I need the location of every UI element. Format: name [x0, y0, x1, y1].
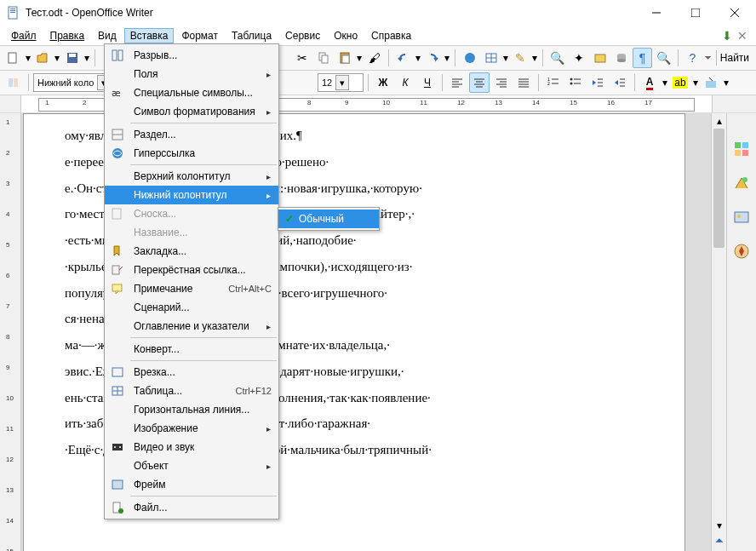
menu-header[interactable]: Верхний колонтитул▸ — [105, 167, 278, 186]
svg-rect-29 — [69, 54, 76, 57]
svg-text:ӕ: ӕ — [112, 88, 121, 98]
sidebar-navigator-icon[interactable] — [731, 241, 752, 261]
minimize-button[interactable] — [637, 0, 676, 26]
redo-button[interactable] — [423, 48, 443, 68]
svg-rect-27 — [9, 53, 16, 63]
bg-color-button[interactable] — [701, 72, 721, 93]
menu-object[interactable]: Объект▸ — [105, 456, 278, 475]
paste-dropdown[interactable]: ▾ — [357, 52, 364, 64]
menu-insert-file[interactable]: Файл... — [105, 498, 278, 517]
prev-page-button[interactable]: ⏶ — [712, 532, 726, 547]
scroll-down-arrow[interactable]: ▾ — [712, 518, 726, 532]
bullets-button[interactable] — [565, 72, 586, 93]
show-draw-button[interactable]: ✎ — [511, 48, 530, 68]
menu-format[interactable]: Формат — [175, 28, 224, 43]
menu-crossref[interactable]: Перекрёстная ссылка... — [105, 261, 278, 279]
redo-dropdown[interactable]: ▾ — [444, 52, 451, 64]
decrease-indent-button[interactable] — [587, 72, 608, 93]
styles-button[interactable] — [3, 72, 24, 93]
menu-file[interactable]: Файл — [5, 28, 43, 43]
open-dropdown[interactable]: ▾ — [54, 52, 61, 64]
menu-break[interactable]: Разрыв... — [105, 46, 278, 65]
menu-frame[interactable]: Врезка... — [105, 363, 278, 382]
highlight-button[interactable]: ab — [670, 72, 690, 93]
sidebar-gallery-icon[interactable] — [731, 207, 752, 227]
menu-bookmark[interactable]: Закладка... — [105, 242, 278, 261]
menu-script[interactable]: Сценарий... — [105, 298, 278, 317]
sidebar-properties-icon[interactable] — [731, 139, 752, 159]
toolbar-overflow-icon[interactable]: ⏷ — [704, 54, 713, 62]
numbering-button[interactable]: 12 — [543, 72, 564, 93]
menu-caption[interactable]: Название... — [105, 223, 278, 242]
help-button[interactable]: ? — [683, 48, 702, 68]
menu-formatting-mark[interactable]: Символ форматирования▸ — [105, 102, 278, 121]
menu-tools[interactable]: Сервис — [279, 28, 326, 43]
save-button[interactable] — [62, 48, 82, 68]
new-button[interactable] — [3, 48, 23, 68]
vertical-ruler[interactable]: 123456789101112131415 — [0, 113, 21, 551]
menu-movie[interactable]: Видео и звук — [105, 438, 278, 456]
undo-dropdown[interactable]: ▾ — [415, 52, 421, 64]
svg-rect-44 — [9, 78, 13, 87]
menu-edit[interactable]: Правка — [44, 28, 91, 43]
hyperlink-button[interactable] — [460, 48, 479, 68]
scroll-up-arrow[interactable]: ▴ — [712, 113, 726, 128]
footer-default[interactable]: ✓ Обычный — [278, 209, 379, 228]
zoom-button[interactable]: 🔍 — [654, 48, 673, 68]
align-center-button[interactable] — [469, 72, 490, 93]
font-size-combo[interactable]: 12▾ — [318, 73, 364, 92]
menu-window[interactable]: Окно — [328, 28, 364, 43]
menu-fields[interactable]: Поля▸ — [105, 65, 278, 83]
svg-point-23 — [119, 446, 121, 448]
gallery-button[interactable] — [590, 48, 610, 68]
scroll-thumb[interactable] — [713, 129, 724, 248]
menu-envelope[interactable]: Конверт... — [105, 340, 278, 359]
datasources-button[interactable] — [611, 48, 631, 68]
copy-button[interactable] — [314, 48, 334, 68]
crossref-icon — [106, 261, 129, 279]
menu-footer[interactable]: Нижний колонтитул▸ — [105, 186, 278, 204]
align-left-button[interactable] — [447, 72, 467, 93]
menu-table[interactable]: Таблица...Ctrl+F12 — [105, 382, 278, 400]
align-right-button[interactable] — [491, 72, 512, 93]
font-color-button[interactable]: A — [639, 72, 660, 93]
format-paintbrush-button[interactable]: 🖌 — [364, 48, 384, 68]
table-button[interactable] — [481, 48, 501, 68]
sidebar-styles-icon[interactable] — [731, 173, 752, 193]
close-doc-icon[interactable]: ✕ — [737, 30, 747, 42]
menu-footnote[interactable]: Сноска... — [105, 204, 278, 223]
align-justify-button[interactable] — [513, 72, 534, 93]
menu-view[interactable]: Вид — [92, 28, 123, 43]
underline-button[interactable]: Ч — [417, 72, 438, 93]
save-dropdown[interactable]: ▾ — [83, 52, 90, 64]
close-button[interactable] — [715, 0, 754, 26]
menu-hrule[interactable]: Горизонтальная линия... — [105, 400, 278, 419]
update-icon[interactable]: ⬇ — [722, 30, 732, 42]
menu-insert[interactable]: Вставка — [124, 28, 175, 43]
menu-comment[interactable]: ПримечаниеCtrl+Alt+C — [105, 279, 278, 298]
paste-button[interactable] — [335, 48, 355, 68]
open-button[interactable] — [33, 48, 53, 68]
table-dropdown[interactable]: ▾ — [502, 52, 509, 64]
menu-image[interactable]: Изображение▸ — [105, 419, 278, 438]
vertical-scrollbar[interactable]: ▴ ▾ ⏶ ◦ ⏷ — [711, 113, 726, 551]
italic-button[interactable]: К — [395, 72, 415, 93]
undo-button[interactable] — [393, 48, 413, 68]
find-button[interactable]: 🔍 — [547, 48, 567, 68]
nav-button[interactable]: ◦ — [712, 547, 726, 551]
menu-indexes[interactable]: Оглавление и указатели▸ — [105, 317, 278, 336]
nonprinting-button[interactable]: ¶ — [633, 48, 652, 68]
menu-special-chars[interactable]: ӕСпециальные символы... — [105, 83, 278, 102]
increase-indent-button[interactable] — [610, 72, 630, 93]
maximize-button[interactable] — [676, 0, 715, 26]
svg-rect-9 — [118, 50, 123, 60]
menu-section[interactable]: Раздел... — [105, 125, 278, 144]
menu-help[interactable]: Справка — [365, 28, 417, 43]
menu-table[interactable]: Таблица — [226, 28, 278, 43]
bold-button[interactable]: Ж — [373, 72, 393, 93]
menu-hyperlink[interactable]: Гиперссылка — [105, 144, 278, 163]
cut-button[interactable]: ✂ — [293, 48, 312, 68]
menu-floatframe[interactable]: Фрейм — [105, 475, 278, 494]
new-dropdown[interactable]: ▾ — [25, 52, 32, 64]
navigator-button[interactable]: ✦ — [569, 48, 588, 68]
